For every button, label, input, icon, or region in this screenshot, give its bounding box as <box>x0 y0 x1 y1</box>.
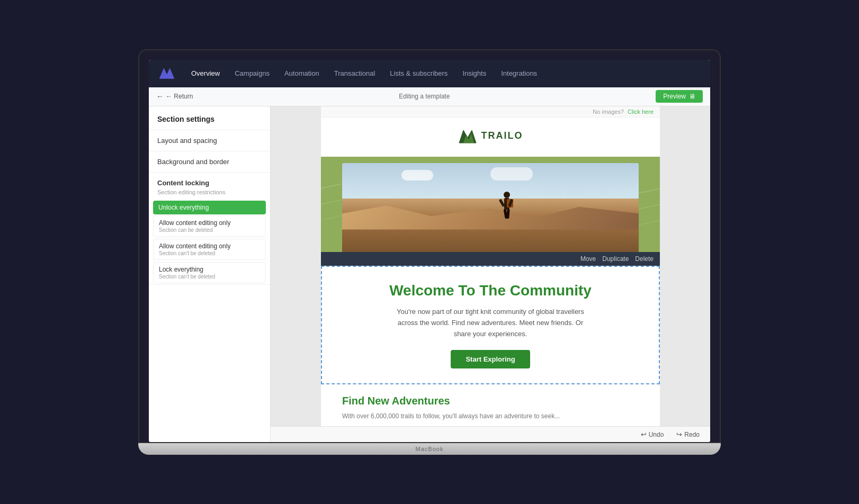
top-nav: Overview Campaigns Automation Transactio… <box>149 60 710 87</box>
adventures-body: With over 6,000,000 trails to follow, yo… <box>342 411 639 421</box>
undo-icon: ↩ <box>641 430 647 438</box>
editor-toolbar: ← ← Return Editing a template Preview 🖥 <box>149 87 710 106</box>
return-button[interactable]: ← ← Return <box>156 92 193 101</box>
editing-template-label: Editing a template <box>399 93 450 100</box>
no-images-text: No images? <box>593 109 624 115</box>
section-action-bar: Move Duplicate Delete <box>321 252 660 266</box>
editor-body: Section settings Layout and spacing Back… <box>149 106 710 443</box>
laptop-base: MacBook <box>138 443 721 455</box>
mailjet-logo-icon <box>159 68 174 79</box>
lock-option-allow-2-subtitle: Section can't be deleted <box>159 250 260 256</box>
redo-button[interactable]: ↪ Redo <box>672 429 704 440</box>
lock-option-allow-content-2[interactable]: Allow content editing only Section can't… <box>153 239 266 260</box>
canvas-inner: No images? Click here TRAILO <box>321 106 660 443</box>
adventures-title: Find New Adventures <box>342 395 639 407</box>
duplicate-action[interactable]: Duplicate <box>602 255 629 263</box>
lock-option-lock-all[interactable]: Lock everything Section can't be deleted <box>153 262 266 283</box>
no-images-link[interactable]: Click here <box>628 109 654 115</box>
screen-inner: Overview Campaigns Automation Transactio… <box>149 60 710 443</box>
layout-spacing-label: Layout and spacing <box>157 137 217 145</box>
lock-option-unlock-title: Unlock everything <box>158 204 261 211</box>
welcome-title: Welcome To The Community <box>342 282 639 300</box>
svg-rect-8 <box>499 199 505 207</box>
nav-item-automation[interactable]: Automation <box>278 66 326 80</box>
svg-rect-7 <box>506 209 510 219</box>
background-border-header[interactable]: Background and border <box>149 151 270 172</box>
lock-option-allow-content-1[interactable]: Allow content editing only Section can b… <box>153 215 266 237</box>
nav-item-integrations[interactable]: Integrations <box>495 66 543 80</box>
undo-button[interactable]: ↩ Undo <box>637 429 668 440</box>
welcome-body: You're now part of our tight knit commun… <box>390 307 591 339</box>
trailo-logo: TRAILO <box>458 128 523 144</box>
trailo-logo-icon <box>458 128 477 144</box>
background-border-label: Background and border <box>157 158 229 166</box>
lock-option-allow-1-title: Allow content editing only <box>159 219 260 227</box>
welcome-section[interactable]: Welcome To The Community You're now part… <box>321 266 660 385</box>
layout-spacing-header[interactable]: Layout and spacing <box>149 130 270 151</box>
return-arrow-icon: ← <box>156 92 164 101</box>
no-images-bar: No images? Click here <box>321 106 660 118</box>
nav-item-lists-subscribers[interactable]: Lists & subscribers <box>383 66 454 80</box>
sidebar-title: Section settings <box>149 106 270 130</box>
move-action[interactable]: Move <box>580 255 596 263</box>
laptop-frame: Overview Campaigns Automation Transactio… <box>138 49 721 455</box>
return-label: ← Return <box>166 93 193 100</box>
sidebar-layout-section: Layout and spacing <box>149 130 270 151</box>
lock-option-unlock[interactable]: Unlock everything <box>153 201 266 214</box>
nav-item-overview[interactable]: Overview <box>185 66 226 80</box>
hero-section[interactable] <box>321 157 660 252</box>
restrictions-label: Section editing restrictions <box>149 189 270 200</box>
delete-action[interactable]: Delete <box>635 255 654 263</box>
lock-option-lock-all-subtitle: Section can't be deleted <box>159 274 260 280</box>
preview-button[interactable]: Preview 🖥 <box>656 90 703 103</box>
start-exploring-button[interactable]: Start Exploring <box>451 350 530 368</box>
redo-label: Redo <box>684 431 700 438</box>
nav-item-transactional[interactable]: Transactional <box>328 66 382 80</box>
laptop-screen: Overview Campaigns Automation Transactio… <box>138 49 721 444</box>
redo-icon: ↪ <box>676 430 682 438</box>
sidebar: Section settings Layout and spacing Back… <box>149 106 271 443</box>
svg-marker-0 <box>159 68 174 79</box>
adventures-section[interactable]: Find New Adventures With over 6,000,000 … <box>321 384 660 426</box>
nav-items: Overview Campaigns Automation Transactio… <box>185 66 543 80</box>
preview-label: Preview <box>663 93 686 100</box>
nav-item-insights[interactable]: Insights <box>456 66 493 80</box>
trailo-text: TRAILO <box>481 130 523 141</box>
logo-section: TRAILO <box>321 118 660 157</box>
sidebar-content-locking: Content locking Section editing restrict… <box>149 173 270 285</box>
undo-redo-bar: ↩ Undo ↪ Redo <box>271 426 710 442</box>
nav-item-campaigns[interactable]: Campaigns <box>228 66 276 80</box>
lock-option-lock-all-title: Lock everything <box>159 266 260 273</box>
laptop-model-label: MacBook <box>416 446 444 452</box>
sidebar-background-section: Background and border <box>149 151 270 173</box>
svg-point-3 <box>504 192 510 198</box>
lock-option-allow-1-subtitle: Section can be deleted <box>159 227 260 233</box>
hero-image <box>342 163 639 252</box>
content-locking-label: Content locking <box>149 173 270 189</box>
lock-option-allow-2-title: Allow content editing only <box>159 242 260 250</box>
main-canvas[interactable]: No images? Click here TRAILO <box>271 106 710 443</box>
undo-label: Undo <box>649 431 664 438</box>
monitor-icon: 🖥 <box>689 93 695 100</box>
person-silhouette-icon <box>496 190 517 227</box>
